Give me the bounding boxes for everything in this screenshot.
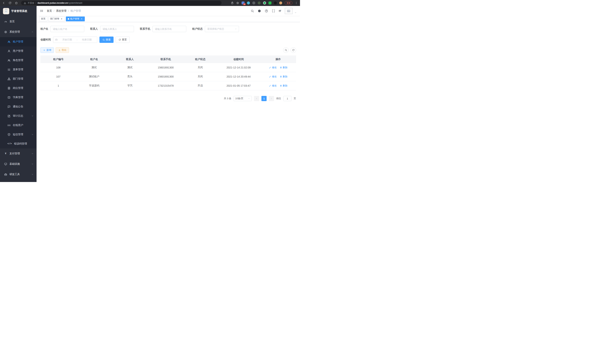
goto-prefix: 前往	[276, 97, 281, 100]
help-icon[interactable]	[265, 9, 268, 13]
sidebar-item-error-code[interactable]: </> 错误码管理	[0, 139, 37, 149]
tab-home[interactable]: 首页	[39, 17, 47, 21]
edit-link[interactable]: 修改	[269, 66, 277, 69]
sidebar-item-system[interactable]: 系统管理	[0, 27, 37, 37]
org-tree-icon	[7, 77, 10, 81]
edit-document-icon	[7, 114, 10, 118]
list-icon	[7, 68, 10, 71]
sidebar-menu: 首页 系统管理 租户管理 用户管理 角色管理	[0, 16, 37, 180]
chevron-left-icon	[255, 97, 258, 100]
edit-link[interactable]: 修改	[269, 84, 277, 87]
column-header: 创建时间	[217, 56, 260, 63]
search-button[interactable]: 搜索	[99, 37, 113, 43]
tenant-table: 租户编号 租户名 联系人 联系手机 租户状态 创建时间 操作 108 测试 测试	[40, 56, 296, 90]
add-button[interactable]: 新增	[40, 47, 54, 53]
export-button[interactable]: 导出	[56, 47, 69, 53]
chevron-down-icon	[31, 173, 34, 176]
browser-back-icon[interactable]	[2, 1, 5, 4]
create-time-range-picker[interactable]: 开始日期 - 结束日期	[53, 37, 97, 43]
extension-icon[interactable]: 10	[242, 1, 244, 4]
column-header: 租户编号	[40, 56, 76, 63]
chat-icon	[7, 105, 10, 108]
sidebar-item-notice[interactable]: 通知公告	[0, 102, 37, 111]
delete-link[interactable]: 删除	[280, 84, 288, 87]
extension-icon[interactable]	[258, 1, 261, 4]
prev-page-button[interactable]	[254, 96, 259, 101]
pagination: 共 3 条 10条/页 1 前往 页	[40, 96, 296, 101]
sidebar-item-menu[interactable]: 菜单管理	[0, 65, 37, 74]
close-icon[interactable]: ×	[60, 18, 63, 20]
dashboard-icon	[4, 20, 7, 23]
code-icon: </>	[7, 142, 12, 145]
trash-icon	[280, 66, 282, 69]
tab-tenant[interactable]: 租户管理 ×	[66, 17, 85, 21]
sidebar-item-infra[interactable]: 基础设施	[0, 159, 37, 169]
app-logo[interactable]: 芋道管理系统	[0, 6, 37, 16]
avatar-caret-icon[interactable]	[294, 11, 297, 14]
extension-icon[interactable]	[252, 1, 255, 4]
bookmark-star-icon[interactable]	[236, 1, 239, 4]
search-icon[interactable]	[251, 9, 254, 13]
contact-input[interactable]	[100, 26, 134, 32]
sidebar-item-payment[interactable]: ¥ 支付管理	[0, 149, 37, 159]
toggle-search-button[interactable]	[283, 47, 289, 53]
extension-icon[interactable]	[268, 1, 272, 4]
page-url: dashboard.yudao.iocoder.cn/system/tenant	[38, 2, 82, 4]
breadcrumb-system[interactable]: 系统管理	[56, 9, 66, 13]
profile-avatar[interactable]	[279, 1, 282, 4]
sidebar-item-dict[interactable]: 字典管理	[0, 93, 37, 102]
delete-link[interactable]: 删除	[280, 75, 288, 78]
extension-icon[interactable]	[247, 1, 250, 4]
extension-icon[interactable]	[274, 1, 277, 4]
sidebar-item-online-user[interactable]: 在线用户	[0, 121, 37, 130]
sidebar-item-dept[interactable]: 部门管理	[0, 74, 37, 84]
browser-menu-icon[interactable]	[295, 1, 298, 4]
toolbox-icon	[4, 173, 7, 176]
close-icon[interactable]: ×	[80, 18, 83, 20]
share-icon[interactable]	[231, 1, 234, 4]
edit-link[interactable]: 修改	[269, 75, 277, 78]
sidebar-item-post[interactable]: 岗位管理	[0, 84, 37, 93]
chevron-down-icon	[248, 97, 250, 100]
browser-reload-icon[interactable]	[9, 1, 11, 4]
delete-link[interactable]: 删除	[280, 66, 288, 69]
sidebar-item-dev-tools[interactable]: 研发工具	[0, 169, 37, 180]
extension-icon[interactable]	[263, 1, 266, 4]
browser-home-icon[interactable]	[15, 1, 18, 4]
user-avatar[interactable]	[285, 8, 293, 14]
next-page-button[interactable]	[269, 96, 274, 101]
font-size-icon[interactable]: tT	[279, 9, 281, 12]
breadcrumb-home[interactable]: 首页	[47, 9, 52, 13]
filter-row-1: 租户名 联系人 联系手机 租户状态 请选择租户状态	[40, 26, 296, 32]
update-button[interactable]: 更新	[285, 1, 292, 5]
sidebar-item-role[interactable]: 角色管理	[0, 56, 37, 65]
calendar-icon	[55, 38, 58, 41]
sidebar-item-sms[interactable]: 短信管理	[0, 130, 37, 139]
sidebar-item-home[interactable]: 首页	[0, 16, 37, 27]
status-value: 关闭	[184, 63, 217, 72]
sidebar-item-tenant[interactable]: 租户管理	[0, 37, 37, 46]
refresh-button[interactable]	[291, 47, 296, 53]
fullscreen-icon[interactable]	[272, 9, 275, 13]
mobile-input[interactable]	[152, 26, 186, 32]
address-bar[interactable]: 不安全 dashboard.yudao.iocoder.cn/system/te…	[21, 1, 222, 5]
github-icon[interactable]	[258, 9, 261, 13]
sidebar-fold-icon[interactable]	[40, 9, 43, 13]
table-toolbar: 新增 导出	[40, 47, 296, 53]
goto-page-input[interactable]	[283, 96, 291, 101]
tenant-name-input[interactable]	[50, 26, 84, 32]
search-icon	[103, 38, 105, 41]
reset-button[interactable]: 重置	[116, 37, 130, 43]
sidebar-item-audit-log[interactable]: 审计日志	[0, 111, 37, 121]
tags-view-bar: 首页 部门管理 × 租户管理 ×	[37, 16, 300, 22]
logo-image	[3, 8, 9, 14]
pen-icon	[269, 66, 271, 69]
page-size-select[interactable]: 10条/页	[234, 96, 252, 101]
chevron-up-icon	[31, 31, 34, 33]
monitor-icon	[4, 162, 7, 166]
tenant-status-select[interactable]: 请选择租户状态	[205, 26, 239, 32]
tab-dept[interactable]: 部门管理 ×	[48, 17, 65, 21]
page-1-button[interactable]: 1	[262, 96, 267, 101]
sidebar-item-user[interactable]: 用户管理	[0, 46, 37, 56]
mobile-label: 联系手机	[140, 27, 150, 31]
